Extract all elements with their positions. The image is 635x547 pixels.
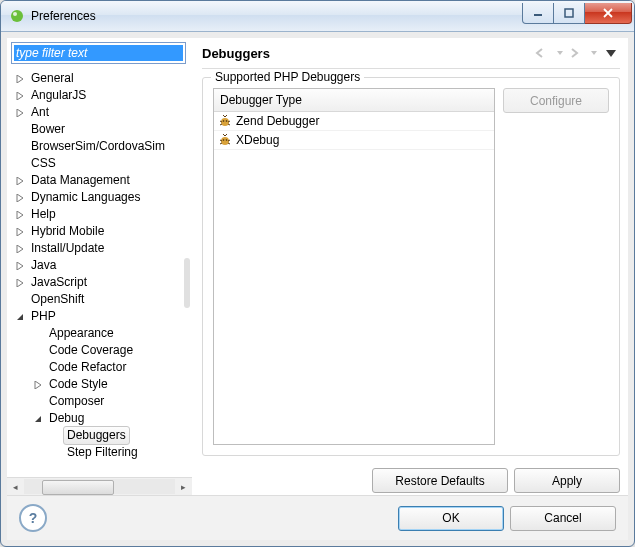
preferences-tree[interactable]: GeneralAngularJSAntBowerBrowserSim/Cordo… (7, 68, 192, 477)
list-item[interactable]: XDebug (214, 131, 494, 150)
tree-item[interactable]: Install/Update (11, 240, 192, 257)
svg-point-5 (223, 120, 225, 122)
arrow-closed-icon[interactable] (13, 228, 27, 236)
tree-item[interactable]: Code Style (11, 376, 192, 393)
tree-item[interactable]: Ant (11, 104, 192, 121)
scroll-indicator (184, 258, 190, 308)
tree-item[interactable]: BrowserSim/CordovaSim (11, 138, 192, 155)
window-buttons (522, 3, 632, 23)
tree-item[interactable]: PHP (11, 308, 192, 325)
debugger-icon (218, 114, 232, 128)
filter-input[interactable] (14, 45, 183, 61)
cancel-button[interactable]: Cancel (510, 506, 616, 531)
arrow-open-icon[interactable] (31, 415, 45, 423)
svg-point-4 (221, 118, 229, 126)
tree-item[interactable]: JavaScript (11, 274, 192, 291)
column-header-label: Debugger Type (220, 93, 302, 107)
debugger-list[interactable]: Debugger Type Zend DebuggerXDebug (213, 88, 495, 445)
page-buttons: Restore Defaults Apply (202, 462, 620, 495)
forward-icon[interactable] (568, 45, 586, 61)
restore-defaults-button[interactable]: Restore Defaults (372, 468, 508, 493)
svg-point-6 (226, 120, 228, 122)
svg-point-8 (223, 139, 225, 141)
app-icon (9, 8, 25, 24)
column-header[interactable]: Debugger Type (214, 89, 494, 112)
tree-item[interactable]: Composer (11, 393, 192, 410)
page-title: Debuggers (202, 46, 534, 61)
tree-item[interactable]: Bower (11, 121, 192, 138)
tree-item[interactable]: AngularJS (11, 87, 192, 104)
page-header: Debuggers (202, 38, 620, 69)
menu-icon[interactable] (602, 45, 620, 61)
debugger-name: XDebug (236, 133, 279, 147)
right-panel: Debuggers (192, 38, 628, 495)
tree-item[interactable]: Appearance (11, 325, 192, 342)
tree-item[interactable]: OpenShift (11, 291, 192, 308)
arrow-closed-icon[interactable] (31, 381, 45, 389)
arrow-closed-icon[interactable] (13, 245, 27, 253)
tree-item[interactable]: Dynamic Languages (11, 189, 192, 206)
arrow-closed-icon[interactable] (13, 177, 27, 185)
configure-button[interactable]: Configure (503, 88, 609, 113)
title-bar: Preferences (1, 1, 634, 32)
tree-item[interactable]: Code Refactor (11, 359, 192, 376)
scroll-track[interactable] (24, 479, 175, 494)
arrow-closed-icon[interactable] (13, 279, 27, 287)
svg-point-0 (11, 10, 23, 22)
debugger-name: Zend Debugger (236, 114, 319, 128)
debugger-icon (218, 133, 232, 147)
tree-item-label: Step Filtering (63, 443, 142, 462)
tree-item[interactable]: Step Filtering (11, 444, 192, 461)
tree-item[interactable]: CSS (11, 155, 192, 172)
arrow-open-icon[interactable] (13, 313, 27, 321)
scroll-right-icon[interactable]: ▸ (175, 478, 192, 495)
chevron-down-icon[interactable] (556, 45, 564, 61)
left-panel: GeneralAngularJSAntBowerBrowserSim/Cordo… (7, 38, 192, 495)
ok-button[interactable]: OK (398, 506, 504, 531)
arrow-closed-icon[interactable] (13, 194, 27, 202)
scroll-left-icon[interactable]: ◂ (7, 478, 24, 495)
supported-debuggers-group: Supported PHP Debuggers Debugger Type Ze… (202, 77, 620, 456)
help-icon[interactable]: ? (19, 504, 47, 532)
arrow-closed-icon[interactable] (13, 109, 27, 117)
tree-item[interactable]: Data Management (11, 172, 192, 189)
window-title: Preferences (31, 9, 522, 23)
svg-point-9 (226, 139, 228, 141)
back-icon[interactable] (534, 45, 552, 61)
maximize-button[interactable] (554, 3, 585, 24)
scroll-thumb[interactable] (42, 480, 114, 495)
preferences-dialog: Preferences GeneralAngularJSAntBowerBrow… (0, 0, 635, 547)
tree-item[interactable]: Debuggers (11, 427, 192, 444)
tree-item[interactable]: Code Coverage (11, 342, 192, 359)
list-item[interactable]: Zend Debugger (214, 112, 494, 131)
side-buttons: Configure (503, 88, 609, 445)
tree-item[interactable]: General (11, 70, 192, 87)
arrow-closed-icon[interactable] (13, 211, 27, 219)
close-button[interactable] (585, 3, 632, 24)
minimize-button[interactable] (522, 3, 554, 24)
group-legend: Supported PHP Debuggers (211, 70, 364, 84)
tree-item[interactable]: Java (11, 257, 192, 274)
horizontal-scrollbar[interactable]: ◂ ▸ (7, 477, 192, 495)
arrow-closed-icon[interactable] (13, 75, 27, 83)
arrow-closed-icon[interactable] (13, 262, 27, 270)
svg-point-1 (13, 12, 17, 16)
tree-item[interactable]: Debug (11, 410, 192, 427)
apply-button[interactable]: Apply (514, 468, 620, 493)
content-area: GeneralAngularJSAntBowerBrowserSim/Cordo… (7, 38, 628, 495)
nav-toolbar (534, 45, 620, 61)
tree-item[interactable]: Hybrid Mobile (11, 223, 192, 240)
arrow-closed-icon[interactable] (13, 92, 27, 100)
svg-rect-2 (534, 14, 542, 16)
dialog-footer: ? OK Cancel (7, 495, 628, 540)
filter-box (11, 42, 186, 64)
svg-rect-3 (565, 9, 573, 17)
svg-point-7 (221, 137, 229, 145)
tree-item[interactable]: Help (11, 206, 192, 223)
tree-wrap: GeneralAngularJSAntBowerBrowserSim/Cordo… (7, 68, 192, 495)
chevron-down-icon[interactable] (590, 45, 598, 61)
